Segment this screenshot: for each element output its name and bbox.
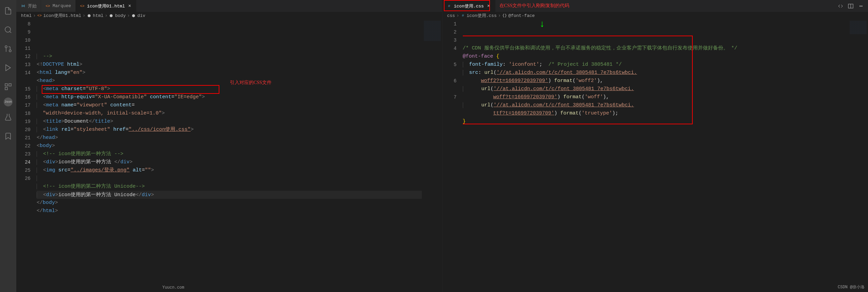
- svg-point-0: [5, 27, 11, 32]
- breadcrumb-item[interactable]: html: [21, 13, 32, 18]
- breadcrumb-item[interactable]: css: [447, 13, 455, 18]
- watermark-yuucn: Yuucn.com: [162, 285, 184, 290]
- debug-icon[interactable]: [0, 60, 16, 76]
- html-icon: <>: [37, 13, 42, 18]
- split-icon[interactable]: [847, 2, 854, 10]
- breadcrumbs[interactable]: html›<>icon使用01.html›⬢html›⬢body›⬢div: [16, 12, 442, 19]
- search-icon[interactable]: [0, 22, 16, 38]
- compare-icon[interactable]: [837, 2, 844, 10]
- chevron-right-icon: ›: [105, 13, 107, 18]
- code-line[interactable]: @font-face {: [463, 53, 848, 61]
- chevron-right-icon: ›: [498, 13, 501, 18]
- code-line[interactable]: woff2?t=1669972039709') format('woff2'),: [463, 77, 848, 85]
- svg-point-2: [9, 50, 11, 52]
- code-line[interactable]: /* CDN 服务仅供平台体验和调试使用，平台不承诺服务的稳定性，企业客户需下载…: [463, 44, 848, 53]
- bookmark-icon[interactable]: [0, 128, 16, 144]
- breadcrumbs[interactable]: css›#icon使用.css›{}@font-face: [442, 12, 868, 19]
- chevron-right-icon: ›: [82, 13, 85, 18]
- code-line[interactable]: <!-- icon使用的第二种方法 Unicode-->: [37, 183, 422, 191]
- breadcrumb-item[interactable]: #icon使用.css: [460, 13, 496, 19]
- editor-body: 891011121314 151617181920212223242526 --…: [16, 19, 442, 292]
- tabs-bar: #icon使用.css×⋯: [442, 0, 868, 12]
- close-icon[interactable]: ×: [127, 3, 132, 9]
- more-icon[interactable]: ⋯: [857, 2, 865, 10]
- tag-icon: ⬢: [87, 13, 92, 18]
- code-line[interactable]: </head>: [37, 134, 422, 142]
- code-line[interactable]: <meta name="viewport" content=: [37, 101, 422, 109]
- code-line[interactable]: woff?t=1669972039709') format('woff'),: [463, 93, 848, 101]
- activity-bar: Json: [0, 0, 16, 292]
- code-line[interactable]: <!DOCTYPE html>: [37, 61, 422, 69]
- breadcrumb-item[interactable]: ⬢html: [87, 13, 103, 18]
- left-editor-group: ⋈开始<>Marquee<>icon使用01.html× html›<>icon…: [16, 0, 442, 292]
- code-line[interactable]: <title>Document</title>: [37, 118, 422, 126]
- breadcrumb-item[interactable]: {}@font-face: [502, 13, 535, 18]
- right-editor-group: #icon使用.css×⋯ css›#icon使用.css›{}@font-fa…: [442, 0, 868, 292]
- code-line[interactable]: <img src="../images/登录.png" alt="">: [37, 166, 422, 174]
- code-line[interactable]: }: [463, 118, 848, 126]
- code-line[interactable]: <!-- icon使用的第一种方法 -->: [37, 150, 422, 158]
- svg-rect-7: [9, 84, 11, 86]
- code-line[interactable]: url('//at.alicdn.com/t/c/font_3805481_7e…: [463, 85, 848, 93]
- code-line[interactable]: </html>: [37, 207, 422, 215]
- chevron-right-icon: ›: [456, 13, 459, 18]
- html-icon: <>: [45, 3, 51, 9]
- line-gutter: 1234 5 6 7: [442, 19, 463, 292]
- test-icon[interactable]: [0, 109, 16, 125]
- tab-Marquee[interactable]: <>Marquee: [41, 0, 76, 12]
- tab-icon使用01.html[interactable]: <>icon使用01.html×: [76, 0, 137, 12]
- breadcrumb-item[interactable]: ⬢body: [109, 13, 125, 18]
- css-icon: #: [447, 3, 452, 9]
- tab-开始[interactable]: ⋈开始: [16, 0, 41, 12]
- code-line[interactable]: <head>: [37, 77, 422, 85]
- breadcrumb-item[interactable]: ⬢div: [131, 13, 145, 18]
- watermark-csdn: CSDN @徐小洛: [838, 284, 865, 290]
- files-icon[interactable]: [0, 3, 16, 19]
- html-icon: <>: [80, 3, 85, 9]
- code-line[interactable]: -->: [37, 53, 422, 61]
- code-line[interactable]: </body>: [37, 199, 422, 207]
- tab-label: Marquee: [53, 3, 71, 8]
- breadcrumb-item[interactable]: <>icon使用01.html: [37, 13, 81, 19]
- code-line[interactable]: <meta charset="UTF-8">: [37, 85, 422, 93]
- svg-rect-8: [5, 87, 7, 90]
- tab-label: 开始: [28, 3, 37, 9]
- code-line[interactable]: <div>icon使用的第一种方法 </div>: [37, 158, 422, 166]
- code-line[interactable]: ttf?t=1669972039709') format('truetype')…: [463, 109, 848, 118]
- svg-rect-6: [5, 84, 7, 86]
- code-line[interactable]: <html lang="en">: [37, 69, 422, 77]
- tag-icon: ⬢: [109, 13, 114, 18]
- tag-icon: ⬢: [131, 13, 136, 18]
- code-line[interactable]: <body>: [37, 142, 422, 150]
- code-line[interactable]: src: url('//at.alicdn.com/t/c/font_38054…: [463, 69, 848, 77]
- code-line[interactable]: <link rel="stylesheet" href="../css/icon…: [37, 126, 422, 134]
- tabs-bar: ⋈开始<>Marquee<>icon使用01.html×: [16, 0, 442, 12]
- tab-label: icon使用01.html: [87, 3, 125, 9]
- code-line[interactable]: <div>icon使用的第一种方法 Unicode</div>: [37, 191, 422, 199]
- minimap[interactable]: [848, 19, 868, 292]
- svg-marker-5: [6, 65, 11, 71]
- tab-icon使用.css[interactable]: #icon使用.css×: [442, 0, 496, 12]
- svg-point-3: [5, 46, 7, 48]
- line-gutter: 891011121314 151617181920212223242526: [16, 19, 37, 292]
- css-icon: #: [460, 13, 465, 18]
- chevron-right-icon: ›: [33, 13, 36, 18]
- json-badge-icon[interactable]: Json: [4, 98, 13, 106]
- svg-line-1: [10, 32, 11, 33]
- tab-label: icon使用.css: [454, 3, 484, 9]
- chevron-right-icon: ›: [127, 13, 130, 18]
- code-line[interactable]: font-family: 'iconfont'; /* Project id 3…: [463, 61, 848, 69]
- extensions-icon[interactable]: [0, 79, 16, 95]
- source-control-icon[interactable]: [0, 41, 16, 57]
- code-area[interactable]: /* CDN 服务仅供平台体验和调试使用，平台不承诺服务的稳定性，企业客户需下载…: [463, 19, 848, 292]
- code-line[interactable]: <meta http-equiv="X-UA-Compatible" conte…: [37, 93, 422, 101]
- minimap[interactable]: [422, 19, 442, 292]
- close-icon[interactable]: ×: [486, 3, 491, 9]
- editor-body: 1234 5 6 7 /* CDN 服务仅供平台体验和调试使用，平台不承诺服务的…: [442, 19, 868, 292]
- code-area[interactable]: --><!DOCTYPE html><html lang="en"><head>…: [37, 19, 422, 292]
- brace-icon: {}: [502, 13, 507, 18]
- code-line[interactable]: [37, 174, 422, 183]
- code-line[interactable]: url('//at.alicdn.com/t/c/font_3805481_7e…: [463, 101, 848, 109]
- vs-icon: ⋈: [20, 3, 26, 9]
- code-line[interactable]: "width=device-width, initial-scale=1.0">: [37, 109, 422, 118]
